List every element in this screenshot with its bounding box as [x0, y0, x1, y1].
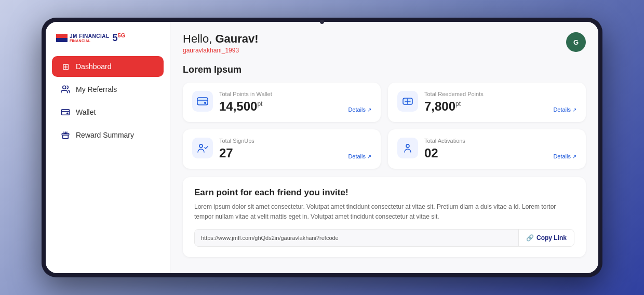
activations-details-label: Details	[553, 153, 571, 159]
wallet-points-row: 14,500pt Details ↗	[219, 99, 371, 114]
stats-grid: Total Points in Wallet 14,500pt Details …	[183, 83, 586, 169]
sidebar: JM FINANCIAL FINANCIAL 55G ⊞ Dashboard	[46, 22, 170, 273]
sidebar-item-dashboard-label: Dashboard	[76, 62, 112, 71]
jm-flag-icon	[56, 34, 68, 42]
reward-summary-icon	[60, 130, 71, 140]
earn-section: Earn point for each friend you invite! L…	[183, 177, 586, 257]
signups-icon	[192, 138, 213, 158]
logo-financial-label: FINANCIAL	[70, 39, 110, 43]
sidebar-item-reward-summary[interactable]: Reward Summary	[52, 125, 164, 145]
logo-area: JM FINANCIAL FINANCIAL 55G	[46, 32, 170, 56]
main-content: Hello, Gaurav! gauravlakhani_1993 G Lore…	[170, 22, 598, 273]
wallet-points-label: Total Points in Wallet	[219, 91, 371, 97]
logo-jm-label: JM FINANCIAL	[70, 34, 110, 39]
external-link-icon: ↗	[572, 107, 576, 113]
redeemed-points-content: Total Reedemed Points 7,800pt Details ↗	[424, 91, 576, 114]
sidebar-item-my-referrals[interactable]: My Referrals	[52, 79, 164, 100]
svg-point-10	[406, 144, 409, 148]
earn-description: Lorem ipsum dolor sit amet consectetur. …	[194, 202, 574, 222]
redeemed-points-details-link[interactable]: Details ↗	[553, 106, 576, 114]
copy-link-label: Copy Link	[536, 234, 567, 242]
activations-row: 02 Details ↗	[424, 146, 576, 160]
external-link-icon: ↗	[367, 107, 371, 113]
section-title: Lorem Ipsum	[183, 64, 586, 75]
activations-value: 02	[424, 146, 438, 160]
redeemed-points-label: Total Reedemed Points	[424, 91, 576, 97]
referral-url-input[interactable]	[195, 230, 518, 246]
app-container: JM FINANCIAL FINANCIAL 55G ⊞ Dashboard	[46, 22, 598, 273]
svg-point-9	[199, 144, 203, 148]
redeemed-details-label: Details	[553, 106, 571, 113]
activations-icon	[397, 138, 418, 158]
wallet-points-value: 14,500pt	[219, 99, 262, 114]
logo-brand-text: JM FINANCIAL FINANCIAL	[70, 34, 110, 43]
wallet-points-icon	[192, 91, 213, 112]
stat-card-wallet-points: Total Points in Wallet 14,500pt Details …	[183, 83, 381, 122]
dashboard-icon: ⊞	[60, 61, 71, 72]
earn-title: Earn point for each friend you invite!	[194, 187, 574, 198]
copy-link-button[interactable]: 🔗 Copy Link	[518, 230, 574, 246]
logo-model-suffix: 5G	[118, 32, 126, 38]
sidebar-item-my-referrals-label: My Referrals	[76, 85, 117, 93]
external-link-icon: ↗	[572, 154, 576, 159]
greeting-prefix: Hello,	[183, 32, 212, 45]
signups-value: 27	[219, 146, 233, 160]
signups-label: Total SignUps	[219, 138, 371, 144]
wallet-icon	[60, 107, 71, 117]
copy-link-icon: 🔗	[526, 234, 534, 242]
referral-link-row: 🔗 Copy Link	[194, 229, 574, 247]
sidebar-item-wallet-label: Wallet	[76, 108, 96, 116]
external-link-icon: ↗	[367, 154, 371, 159]
wallet-points-details-link[interactable]: Details ↗	[348, 106, 371, 114]
redeemed-points-value: 7,800pt	[424, 99, 461, 114]
page-header: Hello, Gaurav! gauravlakhani_1993 G	[183, 32, 586, 54]
activations-content: Total Activations 02 Details ↗	[424, 138, 576, 160]
logo-container: JM FINANCIAL FINANCIAL 55G	[56, 32, 159, 44]
wallet-details-label: Details	[348, 106, 366, 113]
signups-row: 27 Details ↗	[219, 146, 371, 160]
activations-details-link[interactable]: Details ↗	[553, 153, 576, 160]
redeemed-points-icon	[397, 91, 418, 112]
greeting-username-bold: Gaurav!	[215, 32, 258, 45]
stat-card-redeemed-points: Total Reedemed Points 7,800pt Details ↗	[388, 83, 586, 122]
nav-menu: ⊞ Dashboard My Referrals	[46, 56, 170, 145]
sidebar-item-wallet[interactable]: Wallet	[52, 102, 164, 123]
signups-content: Total SignUps 27 Details ↗	[219, 138, 371, 160]
sidebar-item-dashboard[interactable]: ⊞ Dashboard	[52, 56, 164, 77]
stat-card-signups: Total SignUps 27 Details ↗	[183, 129, 381, 169]
redeemed-points-row: 7,800pt Details ↗	[424, 99, 576, 114]
greeting-text: Hello, Gaurav!	[183, 32, 259, 46]
logo-model: 55G	[113, 32, 126, 44]
stat-card-activations: Total Activations 02 Details ↗	[388, 129, 586, 169]
sidebar-item-reward-summary-label: Reward Summary	[76, 131, 134, 139]
svg-rect-1	[62, 110, 70, 115]
username-handle: gauravlakhani_1993	[183, 47, 259, 54]
greeting-block: Hello, Gaurav! gauravlakhani_1993	[183, 32, 259, 54]
wallet-points-content: Total Points in Wallet 14,500pt Details …	[219, 91, 371, 114]
device-frame: JM FINANCIAL FINANCIAL 55G ⊞ Dashboard	[42, 18, 602, 277]
activations-label: Total Activations	[424, 138, 576, 144]
svg-point-7	[204, 102, 206, 104]
svg-rect-6	[197, 98, 208, 105]
avatar[interactable]: G	[566, 32, 586, 52]
front-camera-icon	[320, 20, 324, 24]
signups-details-label: Details	[348, 153, 366, 159]
device-screen: JM FINANCIAL FINANCIAL 55G ⊞ Dashboard	[46, 22, 598, 273]
svg-point-0	[63, 86, 66, 89]
svg-rect-5	[63, 135, 69, 139]
referrals-icon	[60, 84, 71, 95]
signups-details-link[interactable]: Details ↗	[348, 153, 371, 160]
svg-point-3	[67, 113, 68, 114]
